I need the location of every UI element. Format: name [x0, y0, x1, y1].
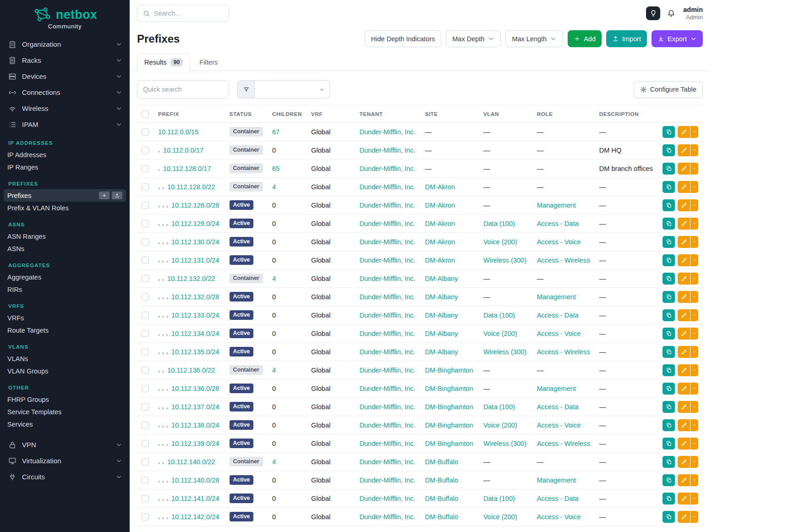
site-link[interactable]: DM-Albany [425, 275, 458, 282]
prefix-link[interactable]: 10.112.131.0/24 [171, 257, 219, 264]
copy-button[interactable] [663, 383, 675, 395]
row-checkbox[interactable] [142, 367, 149, 374]
row-checkbox[interactable] [142, 495, 149, 502]
quick-search-input[interactable] [137, 80, 229, 99]
row-checkbox[interactable] [142, 385, 149, 392]
vlan-link[interactable]: Voice (200) [483, 330, 517, 337]
edit-button[interactable] [678, 236, 690, 248]
prefix-link[interactable]: 10.112.136.0/22 [167, 367, 215, 374]
row-checkbox[interactable] [142, 422, 149, 429]
role-link[interactable]: Access - Voice [537, 422, 581, 429]
prefix-link[interactable]: 10.112.130.0/24 [171, 238, 219, 246]
site-link[interactable]: DM-Buffalo [425, 513, 458, 521]
edit-dropdown-button[interactable] [690, 383, 698, 395]
column-header-tenant[interactable]: TENANT [355, 105, 420, 123]
site-link[interactable]: DM-Binghamton [425, 403, 473, 411]
sidebar-item-devices[interactable]: Devices [0, 68, 130, 84]
edit-button[interactable] [678, 291, 690, 303]
copy-button[interactable] [663, 291, 675, 303]
row-checkbox[interactable] [142, 128, 149, 136]
edit-dropdown-button[interactable] [690, 438, 698, 450]
site-link[interactable]: DM-Buffalo [425, 458, 458, 466]
global-search[interactable] [137, 5, 229, 22]
tenant-link[interactable]: Dunder-Mifflin, Inc. [359, 513, 415, 521]
site-link[interactable]: DM-Akron [425, 257, 455, 264]
edit-dropdown-button[interactable] [690, 273, 698, 285]
copy-button[interactable] [663, 419, 675, 431]
role-link[interactable]: Access - Wireless [537, 440, 590, 447]
edit-button[interactable] [678, 218, 690, 230]
row-checkbox[interactable] [142, 312, 149, 319]
edit-button[interactable] [678, 438, 690, 450]
role-link[interactable]: Access - Data [537, 495, 579, 502]
row-checkbox[interactable] [142, 458, 149, 466]
prefix-link[interactable]: 10.112.128.0/28 [171, 202, 219, 209]
site-link[interactable]: DM-Buffalo [425, 477, 458, 484]
site-link[interactable]: DM-Akron [425, 202, 455, 209]
role-link[interactable]: Access - Voice [537, 513, 581, 521]
sidebar-item-fhrp-groups[interactable]: FHRP Groups [4, 393, 126, 406]
column-header-vrf[interactable]: VRF [307, 105, 355, 123]
column-header-description[interactable]: DESCRIPTION [595, 105, 657, 123]
tenant-link[interactable]: Dunder-Mifflin, Inc. [359, 495, 415, 502]
edit-dropdown-button[interactable] [690, 474, 698, 486]
vlan-link[interactable]: Wireless (300) [483, 440, 526, 447]
sidebar-item-ip-ranges[interactable]: IP Ranges [4, 161, 126, 173]
global-search-input[interactable] [154, 10, 223, 17]
column-header-prefix[interactable]: PREFIX [153, 105, 225, 123]
prefix-link[interactable]: 10.112.132.0/22 [167, 275, 215, 282]
sidebar-item-asn-ranges[interactable]: ASN Ranges [4, 230, 126, 242]
sidebar-item-vlans[interactable]: VLANs [4, 352, 126, 365]
edit-dropdown-button[interactable] [690, 493, 698, 505]
sidebar-item-connections[interactable]: Connections [0, 84, 130, 100]
vlan-link[interactable]: Voice (200) [483, 513, 517, 521]
edit-button[interactable] [678, 493, 690, 505]
edit-button[interactable] [678, 181, 690, 193]
edit-button[interactable] [678, 346, 690, 358]
row-checkbox[interactable] [142, 275, 149, 282]
edit-button[interactable] [678, 254, 690, 266]
row-checkbox[interactable] [142, 202, 149, 209]
tenant-link[interactable]: Dunder-Mifflin, Inc. [359, 275, 415, 282]
edit-dropdown-button[interactable] [690, 144, 698, 156]
edit-dropdown-button[interactable] [690, 419, 698, 431]
tenant-link[interactable]: Dunder-Mifflin, Inc. [359, 312, 415, 319]
sidebar-item-vpn[interactable]: VPN [0, 437, 130, 453]
copy-button[interactable] [663, 254, 675, 266]
row-checkbox[interactable] [142, 293, 149, 301]
tenant-link[interactable]: Dunder-Mifflin, Inc. [359, 477, 415, 484]
row-checkbox[interactable] [142, 477, 149, 484]
tenant-link[interactable]: Dunder-Mifflin, Inc. [359, 348, 415, 356]
saved-filter-select[interactable] [255, 80, 330, 99]
column-header-status[interactable]: STATUS [225, 105, 268, 123]
sidebar-item-prefixes[interactable]: Prefixes [4, 189, 126, 202]
sidebar-item-circuits[interactable]: Circuits [0, 469, 130, 485]
children-link[interactable]: 4 [272, 458, 276, 466]
tenant-link[interactable]: Dunder-Mifflin, Inc. [359, 367, 415, 374]
prefix-link[interactable]: 10.112.129.0/24 [171, 220, 219, 227]
edit-dropdown-button[interactable] [690, 181, 698, 193]
copy-button[interactable] [663, 474, 675, 486]
row-checkbox[interactable] [142, 183, 149, 191]
column-header-children[interactable]: CHILDREN [268, 105, 307, 123]
configure-table-button[interactable]: Configure Table [634, 81, 703, 98]
import-button[interactable]: Import [606, 30, 647, 47]
vlan-link[interactable]: Wireless (300) [483, 348, 526, 356]
site-link[interactable]: DM-Albany [425, 293, 458, 301]
edit-dropdown-button[interactable] [690, 346, 698, 358]
row-checkbox[interactable] [142, 440, 149, 447]
tenant-link[interactable]: Dunder-Mifflin, Inc. [359, 147, 415, 154]
vlan-link[interactable]: Data (100) [483, 220, 515, 227]
children-link[interactable]: 4 [272, 183, 276, 191]
max-length-dropdown[interactable]: Max Length [505, 30, 563, 47]
role-link[interactable]: Access - Data [537, 312, 579, 319]
copy-button[interactable] [663, 309, 675, 321]
brand[interactable]: netbox Community [0, 0, 130, 33]
sidebar-item-racks[interactable]: Racks [0, 52, 130, 68]
vlan-link[interactable]: Wireless (300) [483, 257, 526, 264]
site-link[interactable]: DM-Binghamton [425, 440, 473, 447]
row-checkbox[interactable] [142, 165, 149, 172]
column-header-vlan[interactable]: VLAN [479, 105, 532, 123]
copy-button[interactable] [663, 456, 675, 468]
prefix-link[interactable]: 10.112.128.0/17 [163, 165, 211, 172]
